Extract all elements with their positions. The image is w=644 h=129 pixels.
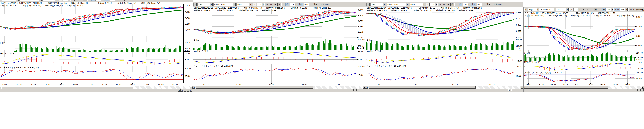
spinner-icon[interactable]: ◢ (100, 0, 103, 1)
chevron-down-icon[interactable]: ▼ (210, 3, 213, 6)
scroll-right-icon[interactable]: ► (642, 86, 644, 88)
status-icon[interactable]: L (635, 89, 638, 91)
stochastics-chart[interactable]: スロー・ストキャスティクス( 14, 3, 80, 20 ) (524, 71, 635, 83)
style-combo[interactable]: ▼ (0, 0, 3, 1)
status-icon[interactable]: ▶ (351, 89, 354, 91)
tick-button[interactable]: T (454, 3, 458, 6)
volume-plot-svg[interactable] (193, 38, 356, 50)
status-icon[interactable]: B (186, 89, 189, 92)
spinner-icon[interactable]: ◢ (611, 8, 613, 11)
scrollbar-thumb[interactable] (368, 86, 476, 88)
status-icon[interactable]: M (362, 89, 365, 91)
market-combo[interactable]: 先物▼ (370, 3, 386, 6)
chevron-down-icon[interactable]: ▼ (233, 3, 236, 6)
tick-button[interactable]: T (598, 8, 602, 11)
chevron-down-icon[interactable]: ▼ (524, 8, 527, 11)
volume-plot-svg[interactable] (366, 38, 514, 50)
status-icon[interactable]: L (184, 89, 186, 92)
tick-button[interactable]: T (282, 3, 285, 6)
chevron-down-icon[interactable]: ▼ (16, 0, 18, 1)
status-icon[interactable]: ▶ (508, 89, 511, 91)
symbol-combo[interactable]: 日経225mini▼ (540, 8, 557, 11)
chevron-down-icon[interactable]: ▼ (536, 8, 539, 11)
contract-combo[interactable]: 11/12▼ (236, 3, 252, 6)
tick-button[interactable]: T (87, 0, 91, 1)
style-combo[interactable]: ▼ (524, 8, 528, 11)
apply-button[interactable]: 適用 (628, 8, 634, 11)
style-combo[interactable]: ▼ (366, 3, 370, 6)
scroll-left-icon[interactable]: ◄ (524, 86, 526, 88)
minutes-button[interactable]: 分 (83, 0, 87, 1)
bar-count-spinner[interactable]: 600◢ (477, 3, 484, 6)
macd-chart[interactable]: MACD( 12, 26, 9 ) (0, 52, 184, 66)
market-combo[interactable]: 先物▼ (528, 8, 540, 11)
contract-combo[interactable]: 11/12▼ (42, 0, 58, 1)
bar-type-button[interactable]: 足 (59, 0, 62, 1)
chevron-down-icon[interactable]: ▼ (194, 3, 196, 6)
chevron-down-icon[interactable]: ▼ (566, 8, 568, 11)
chevron-down-icon[interactable]: ▼ (554, 8, 556, 11)
monthly-button[interactable]: 月 (273, 3, 277, 6)
status-icon[interactable]: L (514, 89, 517, 91)
apply-button[interactable]: 適用 (312, 3, 319, 6)
market-combo[interactable]: 先物▼ (197, 3, 213, 6)
spinner-icon[interactable]: ◢ (294, 3, 297, 6)
scroll-left-icon[interactable]: ◄ (0, 86, 1, 89)
interval-spinner[interactable]: 5◢ (96, 0, 103, 1)
chevron-down-icon[interactable]: ▼ (249, 3, 252, 6)
symbol-combo[interactable]: 日経225mini▼ (20, 0, 42, 1)
apply-button[interactable]: 適用 (485, 3, 492, 6)
macd-plot-svg[interactable] (0, 52, 184, 66)
horizontal-scrollbar[interactable]: ◄ ► (366, 86, 523, 88)
chevron-down-icon[interactable]: ▼ (39, 0, 42, 1)
market-combo[interactable]: 先物▼ (3, 0, 19, 1)
status-icon[interactable]: D (354, 89, 356, 91)
spinner-icon[interactable]: ◢ (578, 8, 581, 11)
status-icon[interactable]: D (511, 89, 514, 91)
macd-chart[interactable]: MACD( 12, 26, 9 ) (524, 61, 635, 71)
bar-type-button[interactable]: 足 (426, 3, 430, 6)
price-chart[interactable] (0, 4, 184, 42)
spinner-icon[interactable]: ◢ (435, 3, 437, 6)
daily-button[interactable]: 日 (582, 8, 585, 11)
multi-symbol-button[interactable]: 複数銘柄 (492, 3, 503, 6)
minutes-button[interactable]: 分 (450, 3, 454, 6)
price-chart[interactable] (524, 14, 635, 52)
price-plot-svg[interactable] (193, 9, 356, 38)
spinner-icon[interactable]: ◢ (468, 3, 470, 6)
scroll-right-icon[interactable]: ► (363, 86, 366, 88)
symbol-combo[interactable]: 日経225mini▼ (214, 3, 236, 6)
interval-spinner[interactable]: 60◢ (606, 8, 614, 11)
chevron-down-icon[interactable]: ▼ (383, 3, 386, 6)
chevron-down-icon[interactable]: ▼ (406, 3, 409, 6)
volume-plot-svg[interactable] (0, 42, 184, 52)
daily-button[interactable]: 日 (265, 3, 269, 6)
macd-chart[interactable]: MACD( 12, 26, 9 ) (366, 50, 514, 64)
macd-chart[interactable]: MACD( 12, 26, 9 ) (193, 50, 356, 64)
bar-unit-spinner[interactable]: 1◢ (574, 8, 581, 11)
apply-button[interactable]: 適用 (118, 0, 125, 1)
price-chart[interactable] (193, 9, 356, 38)
macd-plot-svg[interactable] (193, 50, 356, 64)
horizontal-scrollbar[interactable]: ◄ ► (193, 86, 366, 88)
interval-spinner[interactable]: 30◢ (463, 3, 470, 6)
weekly-button[interactable]: 週 (442, 3, 446, 6)
volume-plot-svg[interactable] (524, 52, 635, 61)
scrollbar-thumb[interactable] (196, 86, 313, 88)
bar-unit-spinner[interactable]: 1◢ (63, 0, 70, 1)
monthly-button[interactable]: 月 (590, 8, 593, 11)
macd-plot-svg[interactable] (524, 61, 635, 71)
price-plot-svg[interactable] (524, 14, 635, 52)
status-icon[interactable]: ▶ (629, 89, 632, 91)
multi-symbol-button[interactable]: 複数銘柄 (125, 0, 136, 1)
stochastics-chart[interactable]: スロー・ストキャスティクス( 14, 3, 80, 20 ) (0, 66, 184, 83)
daily-button[interactable]: 日 (438, 3, 442, 6)
volume-chart[interactable]: 出来高 (366, 38, 514, 50)
spinner-icon[interactable]: ◢ (68, 0, 70, 1)
contract-combo[interactable]: 11/12▼ (410, 3, 426, 6)
monthly-button[interactable]: 月 (79, 0, 83, 1)
horizontal-scrollbar[interactable]: ◄ ► (524, 86, 644, 88)
minutes-button[interactable]: 分 (594, 8, 598, 11)
spinner-icon[interactable]: ◢ (482, 3, 484, 6)
multi-symbol-button[interactable]: 複数銘柄 (635, 8, 643, 11)
